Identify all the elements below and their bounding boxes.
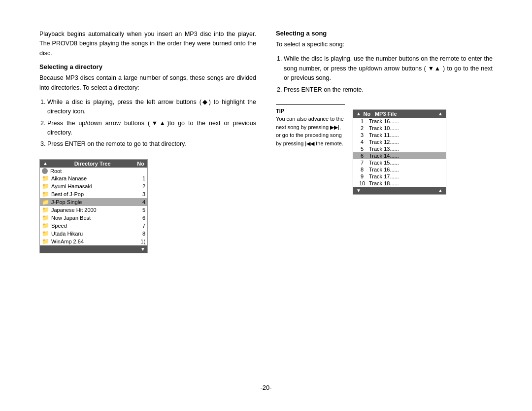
root-icon xyxy=(42,168,48,174)
tip-text: You can also advance to the next song by… xyxy=(276,115,345,147)
mp3-row-track-8: Track 17...... xyxy=(368,173,443,179)
dir-name-4: Japanese Hit 2000 xyxy=(51,207,97,213)
mp3-row-7: 8 Track 16...... xyxy=(353,166,446,173)
tip-and-widget: TIP You can also advance to the next son… xyxy=(276,104,493,195)
mp3-row-track-5: Track 14...... xyxy=(368,153,443,159)
section1-heading: Selecting a directory xyxy=(39,63,256,70)
root-label: Root xyxy=(50,168,62,174)
dir-name-8: WinAmp 2.64 xyxy=(51,239,84,244)
tip-box: TIP You can also advance to the next son… xyxy=(276,104,345,148)
mp3-footer-down-right: ▲ xyxy=(438,188,443,193)
two-column-layout: Playback begins automatically when you i… xyxy=(39,30,493,374)
mp3-body: 1 Track 16...... 2 Track 10...... 3 Trac… xyxy=(353,118,446,187)
dir-name-6: Speed xyxy=(51,223,67,229)
mp3-row-6: 7 Track 15...... xyxy=(353,159,446,166)
tip-label: TIP xyxy=(276,108,284,114)
mp3-row-track-9: Track 18...... xyxy=(368,180,443,186)
folder-icon-3: 📁 xyxy=(42,199,49,206)
dir-row-2: 📁 Best of J-Pop 3 xyxy=(40,190,147,198)
step1: While a disc is playing, press the left … xyxy=(47,98,256,117)
mp3-row-track-7: Track 16...... xyxy=(368,167,443,172)
dir-row-5: 📁 Now Japan Best 6 xyxy=(40,214,147,222)
dir-row-8: 📁 WinAmp 2.64 1( xyxy=(40,238,147,245)
mp3-row-0: 1 Track 16...... xyxy=(353,118,446,125)
mp3-row-track-6: Track 15...... xyxy=(368,160,443,166)
mp3-header-right-arrow: ▲ xyxy=(438,111,443,116)
mp3-row-track-2: Track 11...... xyxy=(368,132,443,138)
dir-name-5: Now Japan Best xyxy=(51,215,91,221)
dir-name-0: Aikara Nanase xyxy=(51,175,87,181)
dir-num-1: 2 xyxy=(142,183,145,189)
dir-tree-title: Directory Tree xyxy=(74,161,111,167)
mp3-col-no: No xyxy=(361,111,373,117)
mp3-row-no-2: 3 xyxy=(356,132,368,138)
dir-tree-header: ▲ Directory Tree No xyxy=(40,160,147,168)
mp3-row-no-4: 5 xyxy=(356,146,368,152)
mp3-file-widget: ▲ No MP3 File ▲ 1 Track 16...... 2 Track… xyxy=(353,109,446,195)
folder-icon-8: 📁 xyxy=(42,238,49,245)
dir-row-0: 📁 Aikara Nanase 1 xyxy=(40,174,147,182)
section1-body: Because MP3 discs contain a large number… xyxy=(39,73,256,93)
s2-step2: Press ENTER on the remote. xyxy=(284,85,493,95)
mp3-row-no-5: 6 xyxy=(356,153,368,159)
mp3-row-no-8: 9 xyxy=(356,173,368,179)
dir-num-7: 8 xyxy=(142,231,145,237)
dir-tree-col-no: No xyxy=(137,161,144,167)
s2-step1: While the disc is playing, use the numbe… xyxy=(284,54,493,83)
section2-steps: While the disc is playing, use the numbe… xyxy=(284,54,493,95)
left-column: Playback begins automatically when you i… xyxy=(39,30,256,374)
mp3-row-no-9: 10 xyxy=(356,180,368,186)
dir-name-7: Utada Hikaru xyxy=(51,231,83,237)
page-number: -20- xyxy=(39,384,493,391)
dir-row-1: 📁 Ayumi Hamasaki 2 xyxy=(40,182,147,190)
dir-num-3: 4 xyxy=(142,199,145,205)
mp3-row-9: 10 Track 18...... xyxy=(353,180,446,187)
right-column: Selecting a song To select a specific so… xyxy=(276,30,493,374)
mp3-row-4: 5 Track 13...... xyxy=(353,145,446,152)
dir-name-2: Best of J-Pop xyxy=(51,191,84,197)
dir-num-5: 6 xyxy=(142,215,145,221)
folder-icon-5: 📁 xyxy=(42,214,49,221)
mp3-row-1: 2 Track 10...... xyxy=(353,125,446,132)
step2: Press the up/down arrow buttons (▼▲)to g… xyxy=(47,119,256,138)
dir-tree-body: Root 📁 Aikara Nanase 1 📁 Ayumi Hamasaki … xyxy=(40,168,147,245)
mp3-row-2: 3 Track 11...... xyxy=(353,132,446,138)
mp3-header-up-arrow: ▲ xyxy=(356,111,361,116)
mp3-footer: ▼ ▲ xyxy=(353,187,446,194)
section2-heading: Selecting a song xyxy=(276,30,493,37)
mp3-row-8: 9 Track 17...... xyxy=(353,173,446,180)
mp3-row-no-0: 1 xyxy=(356,118,368,124)
dir-row-4: 📁 Japanese Hit 2000 5 xyxy=(40,206,147,214)
mp3-row-track-4: Track 13...... xyxy=(368,146,443,152)
section2-body: To select a specific song: xyxy=(276,40,493,49)
dir-footer-down-arrow: ▼ xyxy=(140,246,145,252)
mp3-row-track-0: Track 16...... xyxy=(368,118,443,124)
folder-icon-6: 📁 xyxy=(42,222,49,229)
folder-icon-7: 📁 xyxy=(42,230,49,237)
mp3-row-3: 4 Track 12...... xyxy=(353,138,446,145)
dir-num-8: 1( xyxy=(140,239,145,244)
section2: Selecting a song To select a specific so… xyxy=(276,30,493,95)
dir-row-6: 📁 Speed 7 xyxy=(40,222,147,230)
folder-icon-0: 📁 xyxy=(42,175,49,182)
mp3-header: ▲ No MP3 File ▲ xyxy=(353,110,446,118)
folder-icon-1: 📁 xyxy=(42,183,49,190)
dir-row-7: 📁 Utada Hikaru 8 xyxy=(40,230,147,238)
dir-num-6: 7 xyxy=(142,223,145,229)
mp3-row-track-1: Track 10...... xyxy=(368,125,443,131)
dir-row-3: 📁 J-Pop Single 4 xyxy=(40,198,147,206)
dir-num-4: 5 xyxy=(142,207,145,213)
step3: Press ENTER on the remote to go to that … xyxy=(47,139,256,149)
mp3-row-track-3: Track 12...... xyxy=(368,139,443,145)
folder-icon-4: 📁 xyxy=(42,206,49,213)
dir-num-0: 1 xyxy=(142,175,145,181)
dir-row-root: Root xyxy=(40,168,147,174)
section1-steps: While a disc is playing, press the left … xyxy=(47,98,256,149)
dir-name-1: Ayumi Hamasaki xyxy=(51,183,92,189)
dir-name-3: J-Pop Single xyxy=(51,199,82,205)
directory-tree-widget: ▲ Directory Tree No Root 📁 Aikara Nanase… xyxy=(39,159,148,253)
mp3-row-no-1: 2 xyxy=(356,125,368,131)
dir-num-2: 3 xyxy=(142,191,145,197)
folder-icon-2: 📁 xyxy=(42,191,49,198)
page-content: Playback begins automatically when you i… xyxy=(0,0,532,411)
